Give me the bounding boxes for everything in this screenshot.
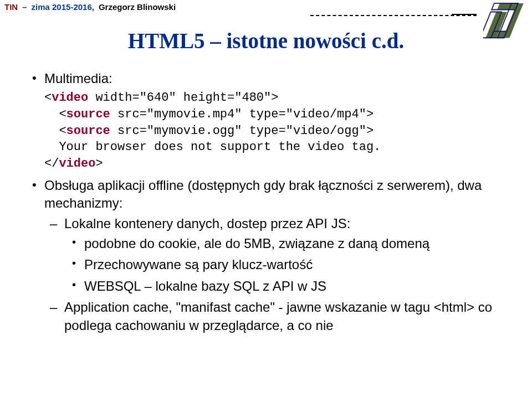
bullet-offline-text: Obsługa aplikacji offline (dostępnych gd… (44, 178, 482, 210)
institute-logo-icon (483, 1, 526, 40)
dot-cookie: podobne do cookie, ale do 5MB, związane … (84, 235, 499, 252)
sub-localstorage-text: Lokalne kontenery danych, dostep przez A… (64, 216, 350, 231)
sub-appcache: Application cache, "manifast cache" - ja… (64, 298, 499, 334)
rule-dashed (310, 15, 477, 16)
header-author: Grzegorz Blinowski (99, 2, 176, 12)
header-dash: – (22, 2, 27, 12)
bullet-multimedia-text: Multimedia: (44, 71, 112, 86)
slide-title: HTML5 – istotne nowości c.d. (0, 28, 532, 53)
slide-content: Multimedia: <video width="640" height="4… (0, 70, 532, 334)
dot-websql: WEBSQL – lokalne bazy SQL z API w JS (84, 277, 499, 295)
header-term: zima 2015-2016, (32, 2, 94, 12)
bullet-multimedia: Multimedia: <video width="640" height="4… (44, 70, 499, 172)
bullet-offline: Obsługa aplikacji offline (dostępnych gd… (44, 177, 499, 334)
dot-kv: Przechowywane są pary klucz-wartość (84, 256, 499, 274)
rule-solid (452, 14, 477, 15)
slide-header: TIN – zima 2015-2016, Grzegorz Blinowski (0, 0, 532, 14)
code-block: <video width="640" height="480"> <source… (44, 90, 499, 172)
header-tin: TIN (4, 2, 18, 12)
header-rule (0, 13, 532, 18)
sub-localstorage: Lokalne kontenery danych, dostep przez A… (64, 215, 499, 296)
